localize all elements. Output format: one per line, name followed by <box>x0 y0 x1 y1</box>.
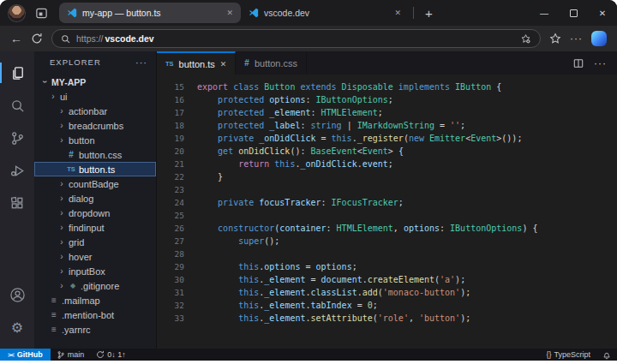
sync-icon <box>96 350 105 359</box>
code-line-26[interactable]: 26 constructor(container: HTMLElement, o… <box>157 222 617 235</box>
code-text: private focusTracker: IFocusTracker; <box>184 196 404 209</box>
tab-workspaces-icon[interactable] <box>30 2 52 24</box>
chevron-right-icon: › <box>57 223 67 232</box>
editor-tab-button-ts[interactable]: TS button.ts ✕ <box>157 51 236 75</box>
maximize-button[interactable] <box>559 0 588 26</box>
folder-findinput[interactable]: ›findinput <box>34 220 156 235</box>
chevron-right-icon: › <box>57 135 67 145</box>
tab-separator <box>413 7 414 19</box>
browser-menu-icon[interactable]: ··· <box>570 33 583 45</box>
editor-more-icon[interactable]: ··· <box>594 57 607 69</box>
code-text: this.options = options; <box>184 260 357 273</box>
code-line-21[interactable]: 21 return this._onDidClick.event; <box>157 158 617 170</box>
code-line-24[interactable]: 24 private focusTracker: IFocusTracker; <box>157 196 617 209</box>
code-area[interactable]: 15export class Button extends Disposable… <box>157 75 617 349</box>
editor-actions: ··· <box>573 51 617 75</box>
folder-dialog[interactable]: ›dialog <box>34 191 156 206</box>
accounts-icon[interactable] <box>0 278 34 311</box>
close-editor-icon[interactable]: ✕ <box>220 60 227 69</box>
close-window-button[interactable]: ✕ <box>588 0 617 26</box>
code-line-25[interactable]: 25 <box>157 209 617 222</box>
branch-indicator[interactable]: main <box>51 349 91 361</box>
explorer-more-icon[interactable]: ··· <box>135 57 147 68</box>
sync-indicator[interactable]: 0↓ 1↑ <box>90 349 132 361</box>
folder-my-app[interactable]: ›MY-APP <box>34 75 156 89</box>
minimize-button[interactable]: — <box>530 0 559 26</box>
chevron-right-icon: › <box>57 237 67 247</box>
file-button-ts[interactable]: TSbutton.ts <box>34 162 156 176</box>
code-text: protected _element: HTMLElement; <box>184 106 383 119</box>
remote-indicator[interactable]: >< GitHub <box>0 349 51 361</box>
add-favorite-icon[interactable] <box>520 33 531 45</box>
code-line-20[interactable]: 20 get onDidClick(): BaseEvent<Event> { <box>157 145 617 158</box>
copilot-icon[interactable] <box>591 31 607 46</box>
settings-gear-icon[interactable]: ⚙ <box>0 311 34 343</box>
file-mention-bot[interactable]: ≡.mention-bot <box>34 307 156 322</box>
line-number: 32 <box>157 299 184 312</box>
code-text: this._element.setAttribute('role', 'butt… <box>184 312 470 325</box>
code-line-32[interactable]: 32 this._element.tabIndex = 0; <box>157 299 617 312</box>
code-line-33[interactable]: 33 this._element.setAttribute('role', 'b… <box>157 312 617 325</box>
browser-tab-my-app[interactable]: my-app — button.ts ✕ <box>59 3 241 23</box>
code-line-22[interactable]: 22 } <box>157 170 617 183</box>
vscode-workbench: ⚙ EXPLORER ··· ›MY-APP›ui›actionbar›brea… <box>0 51 617 349</box>
folder-actionbar[interactable]: ›actionbar <box>34 104 156 118</box>
code-line-17[interactable]: 17 protected _element: HTMLElement; <box>157 106 617 119</box>
split-editor-icon[interactable] <box>573 58 584 69</box>
line-number: 29 <box>157 260 184 273</box>
code-line-15[interactable]: 15export class Button extends Disposable… <box>157 81 617 93</box>
browser-tab-title: my-app — button.ts <box>82 8 221 18</box>
activity-search-icon[interactable] <box>0 89 34 122</box>
browser-tab-vscode-dev[interactable]: vscode.dev ✕ <box>241 3 409 23</box>
folder-breadcrumbs[interactable]: ›breadcrumbs <box>34 118 156 133</box>
code-line-27[interactable]: 27 super(); <box>157 235 617 248</box>
line-number: 20 <box>157 145 184 158</box>
favorites-icon[interactable] <box>549 33 561 45</box>
code-text: protected options: IButtonOptions; <box>184 93 393 106</box>
code-line-30[interactable]: 30 this._element = document.createElemen… <box>157 273 617 286</box>
code-line-31[interactable]: 31 this._element.classList.add('monaco-b… <box>157 286 617 299</box>
new-tab-button[interactable]: + <box>418 6 440 21</box>
file-yarnrc[interactable]: ≡.yarnrc <box>34 322 156 337</box>
activity-run-debug-icon[interactable] <box>0 154 34 187</box>
code-text: } <box>184 170 223 183</box>
folder-dropdown[interactable]: ›dropdown <box>34 206 156 220</box>
code-line-29[interactable]: 29 this.options = options; <box>157 260 617 273</box>
code-line-28[interactable]: 28 <box>157 248 617 260</box>
file-button-css[interactable]: #button.css <box>34 147 156 162</box>
code-text <box>184 209 197 222</box>
browser-titlebar: my-app — button.ts ✕ vscode.dev ✕ + — ✕ <box>0 0 617 26</box>
chevron-right-icon: › <box>57 281 67 290</box>
line-number: 17 <box>157 106 184 119</box>
code-line-19[interactable]: 19 private _onDidClick = this._register(… <box>157 132 617 145</box>
folder-grid[interactable]: ›grid <box>34 235 156 249</box>
activity-bar: ⚙ <box>0 51 34 349</box>
language-mode[interactable]: {} TypeScript <box>540 349 596 361</box>
editor-tab-button-css[interactable]: # button.css <box>236 51 307 75</box>
file-mailmap[interactable]: ≡.mailmap <box>34 293 156 307</box>
code-line-16[interactable]: 16 protected options: IButtonOptions; <box>157 93 617 106</box>
folder-countbadge[interactable]: ›countBadge <box>34 176 156 191</box>
folder-button[interactable]: ›button <box>34 133 156 147</box>
folder-hover[interactable]: ›hover <box>34 249 156 264</box>
code-line-23[interactable]: 23 <box>157 183 617 196</box>
back-button[interactable]: ← <box>10 33 22 45</box>
ts-file-icon: TS <box>65 165 77 173</box>
remote-icon: >< <box>8 351 14 359</box>
folder-ui[interactable]: ›ui <box>34 89 156 104</box>
code-line-18[interactable]: 18 protected _label: string | IMarkdownS… <box>157 119 617 132</box>
code-text: this._element.tabIndex = 0; <box>184 299 378 312</box>
profile-avatar[interactable] <box>9 5 25 21</box>
file-gitignore[interactable]: ›◆.gitignore <box>34 278 156 293</box>
address-bar[interactable]: https:// vscode.dev <box>51 29 541 48</box>
notifications-bell[interactable] <box>596 349 617 361</box>
refresh-button[interactable] <box>31 33 43 45</box>
close-tab-icon[interactable]: ✕ <box>226 9 233 17</box>
activity-extensions-icon[interactable] <box>0 187 34 219</box>
url-host: vscode.dev <box>105 33 154 44</box>
chevron-right-icon: › <box>57 208 67 218</box>
activity-source-control-icon[interactable] <box>0 122 34 154</box>
folder-inputbox[interactable]: ›inputBox <box>34 264 156 278</box>
activity-explorer-icon[interactable] <box>0 57 34 89</box>
close-tab-icon[interactable]: ✕ <box>394 9 401 17</box>
